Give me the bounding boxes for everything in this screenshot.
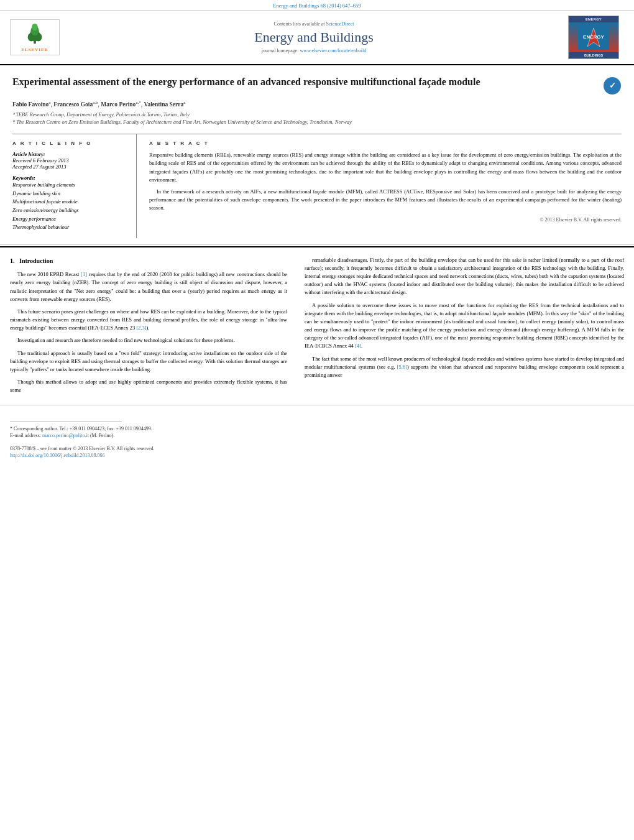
main-content: 1. Introduction The new 2010 EPBD Recast… <box>0 246 634 399</box>
footnote-star: * Corresponding author. Tel.: +39 011 09… <box>10 426 624 432</box>
section1-para2: This future scenario poses great challen… <box>10 308 287 333</box>
article-history: Article history: Received 6 February 201… <box>12 151 127 170</box>
content-right: remarkable disadvantages. Firstly, the p… <box>296 256 624 399</box>
article-info-col: A R T I C L E I N F O Article history: R… <box>12 134 137 238</box>
article-info-heading: A R T I C L E I N F O <box>12 141 127 146</box>
affiliations: ᵃ TEBE Research Group, Department of Ene… <box>12 111 622 125</box>
homepage-url[interactable]: www.elsevier.com/locate/enbuild <box>300 48 367 53</box>
elsevier-logo: ELSEVIER <box>10 19 60 55</box>
section1-para3: Investigation and research are therefore… <box>10 336 287 344</box>
affil-b: ᵇ The Research Centre on Zero Emission B… <box>12 119 622 125</box>
journal-banner: Energy and Buildings 68 (2014) 647–659 <box>0 0 634 11</box>
right-para2: A possible solution to overcome these is… <box>305 302 624 351</box>
section1-title: 1. Introduction <box>10 256 287 266</box>
abstract-text: Responsive building elements (RBEs), ren… <box>149 151 622 212</box>
abstract-heading: A B S T R A C T <box>149 141 622 146</box>
journal-right-logo: ENERGY ENERGY BUILDINGS <box>568 16 624 59</box>
footer-divider <box>10 422 122 422</box>
banner-text: Energy and Buildings 68 (2014) 647–659 <box>273 2 361 9</box>
right-para1: remarkable disadvantages. Firstly, the p… <box>305 256 624 297</box>
content-left: 1. Introduction The new 2010 EPBD Recast… <box>10 256 296 399</box>
abstract-col: A B S T R A C T Responsive building elem… <box>137 134 622 238</box>
journal-brand-image: ENERGY ENERGY BUILDINGS <box>568 16 619 59</box>
svg-text:ENERGY: ENERGY <box>583 34 604 40</box>
doi-line: http://dx.doi.org/10.1016/j.enbuild.2013… <box>10 453 624 458</box>
article-section: Experimental assessment of the energy pe… <box>0 65 634 245</box>
email-link[interactable]: marco.perino@polito.it <box>42 433 89 438</box>
sciencedirect-link[interactable]: ScienceDirect <box>326 21 354 27</box>
article-title: Experimental assessment of the energy pe… <box>12 75 597 89</box>
section1-para4: The traditional approach is usually base… <box>10 349 287 374</box>
article-info-abstract: A R T I C L E I N F O Article history: R… <box>12 134 622 238</box>
keywords-section: Keywords: Responsive building elements D… <box>12 175 127 232</box>
footnote-email: E-mail address: marco.perino@polito.it (… <box>10 433 624 438</box>
crossmark-badge[interactable]: ✓ <box>603 76 622 95</box>
contents-text: Contents lists available at ScienceDirec… <box>72 21 556 27</box>
homepage-text: journal homepage: www.elsevier.com/locat… <box>72 48 556 53</box>
journal-title: Energy and Buildings <box>72 29 556 45</box>
copyright: © 2013 Elsevier B.V. All rights reserved… <box>149 217 622 223</box>
affil-a: ᵃ TEBE Research Group, Department of Ene… <box>12 111 622 118</box>
abstract-para1: Responsive building elements (RBEs), ren… <box>149 151 622 184</box>
authors: Fabio Favoinoa, Francesco Goiaa,b, Marco… <box>12 100 622 108</box>
elsevier-text: ELSEVIER <box>14 47 55 52</box>
issn-line: 0378-7788/$ – see front matter © 2013 El… <box>10 446 624 451</box>
svg-point-5 <box>32 24 38 30</box>
abstract-para2: In the framework of a research activity … <box>149 188 622 213</box>
received-date: Received 6 February 2013 <box>12 157 127 164</box>
doi-link[interactable]: http://dx.doi.org/10.1016/j.enbuild.2013… <box>10 453 105 458</box>
accepted-date: Accepted 27 August 2013 <box>12 164 127 170</box>
section1-para5: Though this method allows to adopt and u… <box>10 378 287 394</box>
svg-text:✓: ✓ <box>609 81 616 90</box>
right-para3: The fact that some of the most well know… <box>305 355 624 380</box>
footer-section: * Corresponding author. Tel.: +39 011 09… <box>0 405 634 466</box>
keywords-list: Responsive building elements Dynamic bui… <box>12 181 127 232</box>
journal-header: ELSEVIER Contents lists available at Sci… <box>0 11 634 65</box>
section1-para1: The new 2010 EPBD Recast [1] requires th… <box>10 270 287 303</box>
journal-center: Contents lists available at ScienceDirec… <box>60 21 568 53</box>
